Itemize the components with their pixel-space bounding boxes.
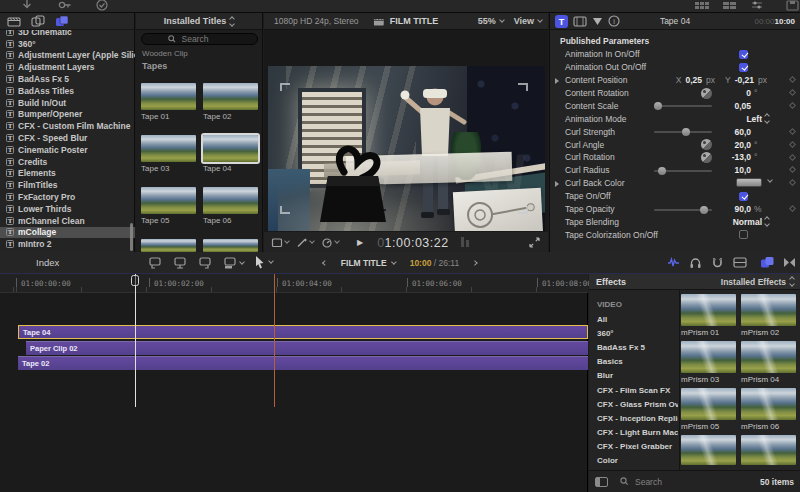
installed-effects-menu[interactable]: Installed Effects — [721, 277, 794, 287]
prev-timeline-icon[interactable] — [322, 260, 328, 266]
insert-edit-icon[interactable] — [173, 256, 187, 269]
index-button[interactable]: Index — [36, 257, 59, 268]
effects-category[interactable]: Blur — [589, 369, 678, 383]
sidebar-item[interactable]: T360° — [0, 38, 135, 50]
sidebar-scrollbar[interactable] — [130, 223, 133, 251]
tape-cell[interactable]: Tape 02 — [203, 83, 258, 121]
keyframe-diamond-icon[interactable] — [789, 76, 796, 83]
effect-cell[interactable]: mPrism 03 — [681, 341, 736, 384]
playhead-handle[interactable] — [131, 275, 139, 286]
value-field[interactable]: 10,0 — [699, 165, 751, 175]
append-edit-icon[interactable] — [198, 256, 212, 269]
effects-search-input[interactable] — [633, 476, 723, 488]
sidebar-item[interactable]: TBuild In/Out — [0, 97, 135, 109]
sidebar-item[interactable]: TCFX - Custom Film Machine — [0, 120, 135, 132]
audio-meters-icon[interactable] — [461, 237, 469, 247]
audio-skimming-icon[interactable] — [667, 256, 680, 269]
effects-category[interactable]: CFX - Glass Prism Overla… — [589, 397, 678, 411]
fullscreen-icon[interactable] — [529, 237, 540, 248]
disclosure-icon[interactable] — [555, 181, 559, 187]
effects-category[interactable]: All — [589, 312, 678, 326]
tape-thumbnail[interactable] — [141, 187, 196, 214]
sidebar-item[interactable]: TmIntro 2 — [0, 238, 135, 250]
tape-thumbnail[interactable] — [203, 135, 258, 162]
effect-thumbnail[interactable] — [681, 294, 736, 326]
viewer-canvas[interactable]: W — [264, 30, 548, 232]
tape-thumbnail[interactable] — [141, 239, 196, 252]
disclosure-icon[interactable] — [555, 78, 559, 84]
transitions-browser-button[interactable] — [783, 256, 796, 269]
value-field[interactable]: -13,0 — [699, 152, 751, 162]
effects-wand-button[interactable] — [296, 237, 314, 248]
effects-category[interactable]: CFX - Film Scan FX — [589, 383, 678, 397]
effects-search-field[interactable] — [620, 476, 723, 488]
timeline[interactable]: 01:00:00:00 01:00:02:00 01:00:04:00 01:0… — [0, 274, 588, 492]
video-inspector-tab[interactable] — [573, 16, 587, 27]
effects-browser-button[interactable] — [760, 256, 774, 269]
tape-thumbnail[interactable] — [141, 83, 196, 110]
value-field[interactable]: 0 — [699, 88, 751, 98]
overwrite-edit-menu[interactable] — [223, 256, 244, 269]
search-input[interactable] — [180, 33, 232, 45]
crop-tool-button[interactable] — [271, 237, 289, 248]
effect-cell[interactable]: mPrism 05 — [681, 388, 736, 431]
sidebar-item[interactable]: TBumper/Opener — [0, 109, 135, 121]
keyframe-diamond-icon[interactable] — [789, 153, 796, 160]
effect-thumbnail[interactable] — [741, 341, 796, 373]
sidebar-item[interactable]: TCinematic Poster — [0, 144, 135, 156]
tape-thumbnail[interactable] — [203, 83, 258, 110]
tape-cell-selected[interactable]: Tape 04 — [203, 135, 258, 173]
tape-thumbnail[interactable] — [203, 187, 258, 214]
effect-cell[interactable]: mPrism 01 — [681, 294, 736, 337]
checkbox-checked[interactable] — [739, 50, 748, 59]
timeline-ruler[interactable]: 01:00:00:00 01:00:02:00 01:00:04:00 01:0… — [0, 274, 588, 293]
next-timeline-icon[interactable] — [472, 260, 478, 266]
sidebar-item-selected[interactable]: TmCollage — [0, 227, 135, 239]
check-circle-icon[interactable] — [94, 0, 110, 12]
keyframe-diamond-icon[interactable] — [789, 89, 796, 96]
key-icon[interactable] — [57, 0, 73, 12]
keyframe-diamond-icon[interactable] — [789, 166, 796, 173]
x-value-field[interactable]: 0,25 — [685, 75, 702, 85]
play-button[interactable]: ▶ — [357, 238, 363, 247]
effects-category[interactable]: BadAss Fx 5 — [589, 340, 678, 354]
effects-category[interactable]: 360° — [589, 326, 678, 340]
keyframe-diamond-icon[interactable] — [789, 128, 796, 135]
clapperboard-icon[interactable] — [7, 15, 21, 27]
effect-thumbnail[interactable] — [741, 435, 796, 465]
browser-header[interactable]: Installed Titles — [136, 13, 262, 30]
effect-cell[interactable] — [681, 435, 736, 465]
keyframe-diamond-icon[interactable] — [789, 141, 796, 148]
sidebar-item[interactable]: TCFX - Speed Blur — [0, 132, 135, 144]
value-field[interactable]: 20,0 — [699, 140, 751, 150]
checkbox-checked[interactable] — [739, 192, 748, 201]
y-value-field[interactable]: -0,21 — [735, 75, 754, 85]
sidebar-item[interactable]: TmChannel Clean — [0, 215, 135, 227]
download-icon[interactable] — [20, 0, 34, 12]
connect-edit-icon[interactable] — [148, 256, 162, 269]
tape-cell[interactable]: Tape 03 — [141, 135, 196, 173]
zoom-menu[interactable]: 55% — [478, 16, 504, 26]
effect-thumbnail[interactable] — [681, 388, 736, 420]
title-inspector-tab[interactable]: T — [555, 15, 568, 28]
tape-cell[interactable]: Tape 05 — [141, 187, 196, 225]
title-clip[interactable]: Tape 02 — [18, 356, 588, 370]
sidebar-item[interactable]: TLower Thirds — [0, 203, 135, 215]
playhead[interactable] — [135, 274, 136, 407]
checkbox-checked[interactable] — [739, 63, 748, 72]
keyframe-diamond-icon[interactable] — [789, 179, 796, 186]
popup-menu[interactable]: Left — [746, 114, 769, 124]
sidebar-item[interactable]: TCredits — [0, 156, 135, 168]
popup-menu[interactable]: Normal — [733, 217, 769, 227]
effect-thumbnail[interactable] — [681, 435, 736, 465]
generator-inspector-tab[interactable] — [592, 17, 603, 26]
info-inspector-tab[interactable]: i — [608, 15, 620, 27]
titles-generators-icon[interactable] — [55, 15, 69, 27]
tape-cell[interactable] — [203, 239, 258, 252]
value-field[interactable]: 0,05 — [699, 101, 751, 111]
sidebar-item[interactable]: TFilmTitles — [0, 179, 135, 191]
title-clip-selected[interactable]: Tape 04 — [18, 325, 588, 339]
sidebar-item[interactable]: T3D Cinematic — [0, 30, 135, 38]
effects-category[interactable]: Color — [589, 454, 678, 468]
sidebar-item[interactable]: TBadAss Titles — [0, 85, 135, 97]
